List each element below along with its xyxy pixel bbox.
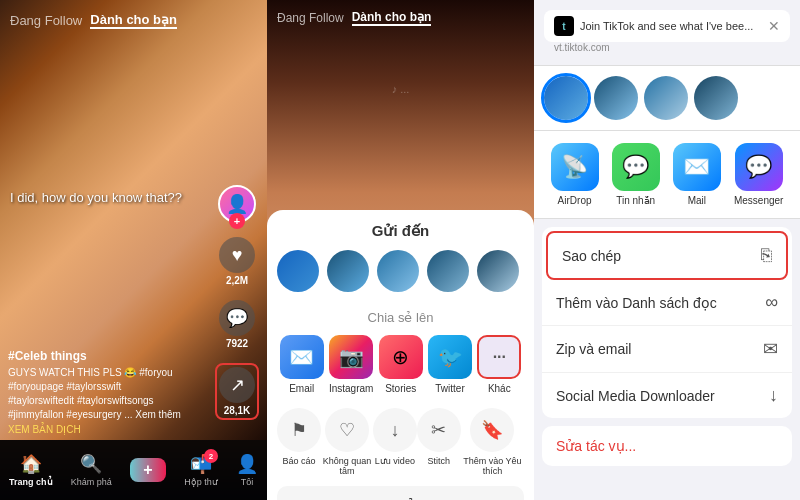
- airdrop-app[interactable]: 📡 AirDrop: [551, 143, 599, 206]
- share-button[interactable]: ↗ 28,1K: [215, 363, 259, 420]
- instagram-icon: 📷: [329, 335, 373, 379]
- email-label: Email: [289, 383, 314, 394]
- edit-actions-label: Sửa tác vụ...: [556, 438, 636, 454]
- airdrop-label: AirDrop: [558, 195, 592, 206]
- share-count: 28,1K: [224, 405, 251, 416]
- stitch-icon: ✂: [417, 408, 461, 452]
- reading-list-action[interactable]: Thêm vào Danh sách đọc ∞: [542, 280, 792, 326]
- social-downloader-label: Social Media Downloader: [556, 388, 715, 404]
- messages-label: Tin nhắn: [616, 195, 655, 206]
- p2-tab-following[interactable]: Đang Follow: [277, 11, 344, 25]
- more-icon: ···: [477, 335, 521, 379]
- nav-add[interactable]: +: [130, 458, 166, 482]
- not-interested-icon: ♡: [325, 408, 369, 452]
- inbox-notification-badge: 2: [204, 449, 218, 463]
- report-label: Báo cáo: [282, 456, 315, 466]
- nav-explore[interactable]: 🔍 Khám phá: [71, 453, 112, 487]
- panel-tiktok-feed: Đang Follow Dành cho bạn I did, how do y…: [0, 0, 267, 500]
- favorites-label: Thêm vào Yêu thích: [461, 456, 524, 476]
- action-list: Sao chép ⎘ Thêm vào Danh sách đọc ∞ Zip …: [542, 227, 792, 418]
- nav-explore-label: Khám phá: [71, 477, 112, 487]
- mail-icon: ✉️: [673, 143, 721, 191]
- share-app-twitter[interactable]: 🐦 Twitter: [428, 335, 472, 394]
- contact-avatar-4[interactable]: [427, 250, 469, 292]
- copy-label: Sao chép: [562, 248, 621, 264]
- not-interested-action[interactable]: ♡ Không quan tâm: [321, 408, 373, 476]
- save-video-action[interactable]: ↓ Lưu video: [373, 408, 417, 476]
- creator-avatar[interactable]: 👤 +: [218, 185, 256, 223]
- tiktok-app-icon: t: [554, 16, 574, 36]
- right-sidebar: 👤 + ♥ 2,2M 💬 7922 ↗ 28,1K: [215, 185, 259, 420]
- downloader-icon: ↓: [769, 385, 778, 406]
- video-preview-text: ♪ ...: [267, 83, 534, 95]
- share-app-instagram[interactable]: 📷 Instagram: [329, 335, 373, 394]
- social-downloader-action[interactable]: Social Media Downloader ↓: [542, 373, 792, 418]
- edit-actions-container: Sửa tác vụ...: [542, 426, 792, 466]
- messenger-label: Messenger: [734, 195, 783, 206]
- nav-inbox-label: Hộp thư: [184, 477, 218, 487]
- comment-icon: 💬: [219, 300, 255, 336]
- mail-app[interactable]: ✉️ Mail: [673, 143, 721, 206]
- twitter-label: Twitter: [435, 383, 464, 394]
- p3-contacts-row[interactable]: [534, 66, 800, 131]
- video-speech-text: I did, how do you know that??: [10, 190, 212, 205]
- close-icon[interactable]: ✕: [768, 18, 780, 34]
- p2-tab-foryou[interactable]: Dành cho bạn: [352, 10, 432, 26]
- zip-email-icon: ✉: [763, 338, 778, 360]
- report-action[interactable]: ⚑ Báo cáo: [277, 408, 321, 476]
- cancel-button[interactable]: Huỷ: [277, 486, 524, 500]
- comment-button[interactable]: 💬 7922: [219, 300, 255, 349]
- p3-avatar-2[interactable]: [594, 76, 638, 120]
- copy-icon: ⎘: [761, 245, 772, 266]
- nav-me-label: Tôi: [241, 477, 254, 487]
- nav-home-label: Trang chủ: [9, 477, 53, 487]
- tab-following[interactable]: Đang Follow: [10, 13, 82, 28]
- nav-home[interactable]: 🏠 Trang chủ: [9, 453, 53, 487]
- url-domain: vt.tiktok.com: [544, 42, 790, 59]
- nav-inbox[interactable]: 📬 2 Hộp thư: [184, 453, 218, 487]
- like-button[interactable]: ♥ 2,2M: [219, 237, 255, 286]
- bottom-actions-row: ⚑ Báo cáo ♡ Không quan tâm ↓ Lưu video ✂…: [277, 408, 524, 476]
- heart-icon: ♥: [219, 237, 255, 273]
- see-translation[interactable]: XEM BẢN DỊCH: [8, 424, 212, 435]
- p3-avatar-4[interactable]: [694, 76, 738, 120]
- zip-email-label: Zip và email: [556, 341, 631, 357]
- reading-list-label: Thêm vào Danh sách đọc: [556, 295, 717, 311]
- contact-avatar-1[interactable]: [277, 250, 319, 292]
- p3-avatar-1[interactable]: [544, 76, 588, 120]
- video-caption: #Celeb things GUYS WATCH THIS PLS 😂 #for…: [8, 349, 212, 435]
- share-app-stories[interactable]: ⊕ Stories: [379, 335, 423, 394]
- home-icon: 🏠: [20, 453, 42, 475]
- zip-email-action[interactable]: Zip và email ✉: [542, 326, 792, 373]
- report-icon: ⚑: [277, 408, 321, 452]
- contacts-scroll-row[interactable]: [277, 250, 524, 296]
- caption-line1: GUYS WATCH THIS PLS 😂 #foryou: [8, 366, 212, 380]
- messenger-app[interactable]: 💬 Messenger: [734, 143, 783, 206]
- ios-share-apps-row: 📡 AirDrop 💬 Tin nhắn ✉️ Mail 💬 Messenger: [534, 131, 800, 219]
- p3-avatar-3[interactable]: [644, 76, 688, 120]
- save-video-icon: ↓: [373, 408, 417, 452]
- contact-avatar-3[interactable]: [377, 250, 419, 292]
- favorites-action[interactable]: 🔖 Thêm vào Yêu thích: [461, 408, 524, 476]
- edit-actions[interactable]: Sửa tác vụ...: [542, 426, 792, 466]
- contact-avatar-2[interactable]: [327, 250, 369, 292]
- follow-plus-button[interactable]: +: [229, 213, 245, 229]
- copy-action[interactable]: Sao chép ⎘: [546, 231, 788, 280]
- email-icon: ✉️: [280, 335, 324, 379]
- share-app-email[interactable]: ✉️ Email: [280, 335, 324, 394]
- stitch-action[interactable]: ✂ Stitch: [417, 408, 461, 476]
- url-bar: t Join TikTok and see what I've bee... ✕: [544, 10, 790, 42]
- page-title-text: Join TikTok and see what I've bee...: [580, 20, 762, 32]
- tab-foryou[interactable]: Dành cho bạn: [90, 12, 177, 29]
- contact-avatar-5[interactable]: [477, 250, 519, 292]
- share-apps-row: ✉️ Email 📷 Instagram ⊕ Stories 🐦 Twitter…: [277, 335, 524, 394]
- share-icon: ↗: [219, 367, 255, 403]
- add-icon: +: [130, 458, 166, 482]
- caption-username: #Celeb things: [8, 349, 212, 363]
- caption-line2: #foryoupage #taylorsswift: [8, 380, 212, 394]
- save-video-label: Lưu video: [375, 456, 415, 466]
- nav-me[interactable]: 👤 Tôi: [236, 453, 258, 487]
- share-app-more[interactable]: ··· Khác: [477, 335, 521, 394]
- messages-app[interactable]: 💬 Tin nhắn: [612, 143, 660, 206]
- safari-header: t Join TikTok and see what I've bee... ✕…: [534, 0, 800, 66]
